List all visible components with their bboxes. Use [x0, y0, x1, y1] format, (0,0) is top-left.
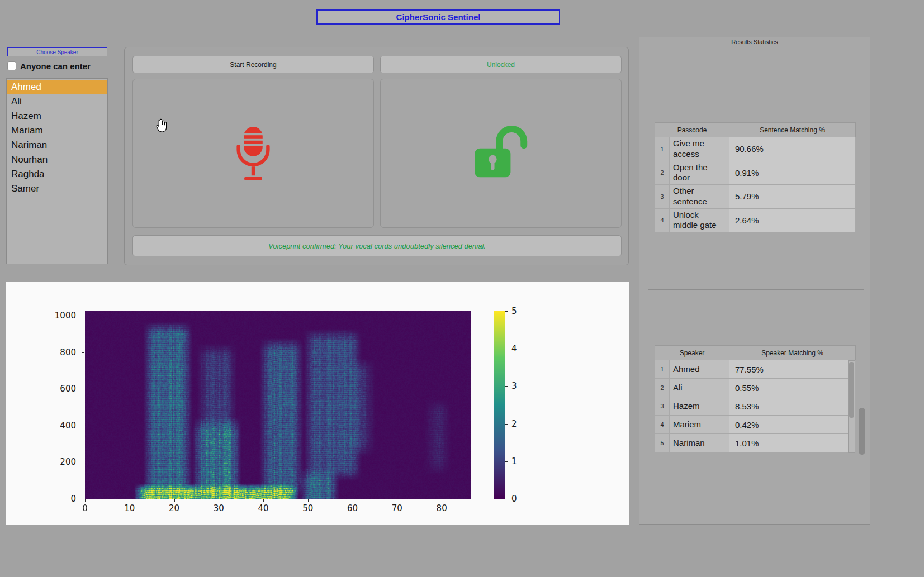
row-index: 1	[655, 360, 670, 379]
table-row: 4Unlock middle gate2.64%	[655, 208, 856, 232]
y-tick-label: 800	[60, 347, 76, 357]
row-label: Give me access	[670, 137, 729, 161]
row-index: 2	[655, 161, 670, 185]
unlocked-padlock-icon	[467, 123, 534, 184]
row-index: 5	[655, 434, 670, 452]
row-label: Ahmed	[670, 360, 729, 379]
row-value: 0.91%	[729, 161, 856, 185]
table-row: 1Give me access90.66%	[655, 137, 856, 161]
anyone-can-enter-checkbox[interactable]	[7, 61, 16, 70]
table-row: 3Hazem8.53%	[655, 397, 856, 416]
colorbar-tick-labels: 012345	[505, 311, 529, 499]
spectrogram-canvas	[85, 311, 471, 499]
microphone-display-area	[132, 79, 374, 228]
x-tick-label: 10	[124, 503, 135, 513]
table-row: 2Open the door0.91%	[655, 161, 856, 185]
row-value: 1.01%	[729, 434, 856, 452]
speaker-list-item[interactable]: Ali	[7, 94, 107, 109]
row-index: 3	[655, 185, 670, 209]
x-tick-label: 70	[392, 503, 402, 513]
table-row: 1Ahmed77.55%	[655, 360, 856, 379]
speaker-list-item[interactable]: Nariman	[7, 138, 107, 152]
row-index: 4	[655, 416, 670, 434]
app-title-box: CipherSonic Sentinel	[316, 9, 560, 25]
x-tick-label: 60	[347, 503, 358, 513]
y-tick-label: 200	[60, 457, 76, 467]
start-recording-button[interactable]: Start Recording	[132, 56, 374, 73]
anyone-can-enter-label: Anyone can enter	[20, 61, 91, 71]
row-label: Unlock middle gate	[670, 208, 729, 232]
colorbar-tick-label: 1	[511, 456, 517, 466]
lock-display-area	[380, 79, 622, 228]
speaker-list: AhmedAliHazemMariamNarimanNourhanRaghdaS…	[6, 78, 108, 264]
row-label: Nariman	[670, 434, 729, 452]
speaker-list-item[interactable]: Samer	[7, 182, 107, 196]
colorbar	[494, 311, 505, 499]
recording-panel: Start Recording Unlocked Voiceprint conf…	[124, 47, 629, 265]
row-value: 8.53%	[729, 397, 856, 416]
y-tick-label: 0	[70, 494, 76, 504]
x-tick-label: 50	[302, 503, 313, 513]
x-tick-label: 20	[169, 503, 179, 513]
table-row: 2Ali0.55%	[655, 379, 856, 397]
speaker-list-item[interactable]: Hazem	[7, 109, 107, 123]
row-label: Ali	[670, 379, 729, 397]
speaker-list-item[interactable]: Mariam	[7, 123, 107, 138]
sentence-matching-header: Sentence Matching %	[729, 123, 856, 137]
colorbar-tick-label: 3	[511, 381, 517, 391]
y-tick-label: 600	[60, 384, 76, 394]
row-index: 4	[655, 208, 670, 232]
colorbar-tick-label: 4	[511, 344, 517, 354]
row-label: Open the door	[670, 161, 729, 185]
speaker-table: Speaker Speaker Matching % 1Ahmed77.55%2…	[655, 345, 856, 452]
x-tick-label: 40	[258, 503, 269, 513]
row-index: 3	[655, 397, 670, 416]
microphone-icon	[231, 124, 276, 183]
row-index: 1	[655, 137, 670, 161]
row-index: 2	[655, 379, 670, 397]
panel-scrollbar-thumb[interactable]	[859, 408, 865, 455]
speaker-list-item[interactable]: Ahmed	[7, 80, 107, 94]
spectrogram-figure: 02004006008001000 01020304050607080 0123…	[6, 282, 629, 525]
speaker-header: Speaker	[655, 346, 729, 360]
row-label: Hazem	[670, 397, 729, 416]
choose-speaker-button[interactable]: Choose Speaker	[7, 47, 107, 56]
passcode-header: Passcode	[655, 123, 729, 137]
row-value: 0.42%	[729, 416, 856, 434]
row-value: 2.64%	[729, 208, 856, 232]
x-axis-tick-labels: 01020304050607080	[85, 502, 471, 514]
table-row: 5Nariman1.01%	[655, 434, 856, 452]
app-title: CipherSonic Sentinel	[396, 12, 481, 22]
x-tick-label: 0	[82, 503, 88, 513]
colorbar-tick-label: 0	[511, 494, 517, 504]
speaker-table-scrollbar[interactable]	[848, 360, 855, 453]
passcode-table: Passcode Sentence Matching % 1Give me ac…	[655, 122, 856, 232]
status-message: Voiceprint confirmed: Your vocal cords u…	[268, 242, 486, 250]
colorbar-tick-label: 2	[511, 418, 517, 428]
y-tick-label: 400	[60, 421, 76, 431]
speaker-matching-header: Speaker Matching %	[729, 346, 856, 360]
speaker-list-item[interactable]: Nourhan	[7, 152, 107, 167]
row-value: 77.55%	[729, 360, 856, 379]
y-tick-label: 1000	[55, 311, 76, 321]
spectrogram-plot	[85, 311, 471, 499]
row-value: 90.66%	[729, 137, 856, 161]
x-tick-label: 80	[437, 503, 447, 513]
table-row: 4Mariem0.42%	[655, 416, 856, 434]
results-panel: Results Statistics Passcode Sentence Mat…	[639, 37, 870, 525]
speaker-list-item[interactable]: Raghda	[7, 167, 107, 182]
colorbar-tick-label: 5	[511, 306, 517, 316]
results-divider	[648, 289, 864, 290]
row-label: Other sentence	[670, 185, 729, 209]
status-message-bar: Voiceprint confirmed: Your vocal cords u…	[132, 235, 622, 256]
y-axis-tick-labels: 02004006008001000	[6, 311, 80, 499]
x-tick-label: 30	[214, 503, 224, 513]
anyone-can-enter-row: Anyone can enter	[7, 60, 91, 71]
row-value: 0.55%	[729, 379, 856, 397]
speaker-table-scrollbar-thumb[interactable]	[849, 362, 854, 418]
results-statistics-title: Results Statistics	[639, 39, 870, 45]
row-value: 5.79%	[729, 185, 856, 209]
table-row: 3Other sentence5.79%	[655, 185, 856, 209]
row-label: Mariem	[670, 416, 729, 434]
lock-status-button[interactable]: Unlocked	[380, 56, 622, 73]
